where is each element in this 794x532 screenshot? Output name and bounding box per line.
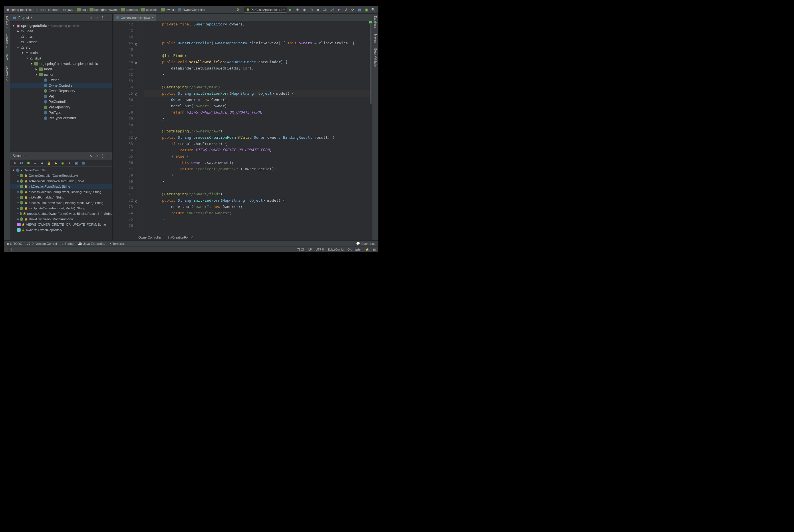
gear-icon[interactable]: ◉ xyxy=(61,161,65,165)
code-line[interactable]: Owner owner = new Owner(); xyxy=(144,97,372,103)
branch-icon[interactable]: ⎇ xyxy=(330,7,334,12)
breadcrumb-item[interactable]: petclinic xyxy=(141,8,157,12)
tree-node[interactable]: 🗀.mvn xyxy=(10,34,112,39)
code-line[interactable]: @GetMapping("/owners/find") xyxy=(144,191,372,197)
code-editor[interactable]: private final OwnerRepository owners; pu… xyxy=(138,21,372,234)
gutter-icon[interactable]: @ xyxy=(135,135,137,141)
code-line[interactable] xyxy=(144,122,372,128)
update-icon[interactable]: ➤ xyxy=(337,7,341,12)
chevron-down-icon[interactable]: ▼ xyxy=(31,16,33,19)
bottom-tool-button[interactable]: ○Spring xyxy=(61,242,74,245)
code-line[interactable] xyxy=(144,185,372,191)
tree-node[interactable]: ▼🗀src xyxy=(10,45,112,50)
tool-windows-icon[interactable] xyxy=(8,248,12,251)
minimize-icon[interactable]: — xyxy=(106,16,110,20)
git-branch[interactable]: Git: master xyxy=(347,248,361,251)
scrollbar-thumb[interactable] xyxy=(370,24,372,104)
run-config-selector[interactable]: ⬢ PetClinicApplication#1 ▼ xyxy=(244,7,287,13)
gutter-icon[interactable]: @ xyxy=(135,198,137,205)
tree-node[interactable]: Pet xyxy=(10,94,112,99)
expand-icon[interactable]: ⤡ xyxy=(89,154,93,158)
project-root[interactable]: ▼ ▣ spring-petclinic ~/Sites/spring-petc… xyxy=(10,23,112,28)
close-icon[interactable]: × xyxy=(152,16,154,20)
settings-icon[interactable]: ⋮ xyxy=(100,154,105,158)
code-line[interactable]: } xyxy=(144,216,372,223)
tree-node[interactable]: OwnerRepository xyxy=(10,88,112,94)
editorconfig[interactable]: EditorConfig xyxy=(328,248,343,251)
code-line[interactable]: } xyxy=(144,172,372,178)
structure-member[interactable]: 🔒owners: OwnerRepository xyxy=(10,227,112,232)
target-icon[interactable]: ◎ xyxy=(89,16,93,20)
gutter[interactable]: 42434445@484950@5152535455@5657585960616… xyxy=(113,21,138,234)
tree-node[interactable]: ▼🗀java xyxy=(10,56,112,61)
gutter-icon[interactable]: @ xyxy=(135,91,137,97)
box2-icon[interactable]: ▤ xyxy=(81,161,85,165)
scrollbar[interactable] xyxy=(369,21,372,234)
stop-icon[interactable]: ■ xyxy=(316,7,320,12)
editor-breadcrumb[interactable]: OwnerController › initCreationForm() xyxy=(113,234,372,240)
breadcrumb-item[interactable]: ▣spring-petclinic xyxy=(6,8,32,12)
tree-node[interactable]: PetRepository xyxy=(10,104,112,110)
code-line[interactable]: return "owners/findOwners"; xyxy=(144,210,372,216)
tool-window-button[interactable]: Maven xyxy=(374,34,377,43)
code-line[interactable]: model.put("owner", new Owner()); xyxy=(144,204,372,210)
tag-icon[interactable]: ◆ xyxy=(40,161,44,165)
line-separator[interactable]: LF xyxy=(308,248,312,251)
minimize-icon[interactable]: — xyxy=(106,154,110,158)
code-line[interactable] xyxy=(144,46,372,53)
code-line[interactable]: public OwnerController(OwnerRepository c… xyxy=(144,40,372,46)
profiler-icon[interactable]: ◷ xyxy=(309,7,314,12)
tree-node[interactable]: ▶🗀.idea xyxy=(10,28,112,34)
breadcrumb-item[interactable]: springframework xyxy=(90,8,117,12)
code-line[interactable]: @PostMapping("/owners/new") xyxy=(144,128,372,134)
tree-node[interactable]: PetTypeFormatter xyxy=(10,115,112,121)
code-line[interactable]: return VIEWS_OWNER_CREATE_OR_UPDATE_FORM… xyxy=(144,147,372,153)
lambda-icon[interactable]: λ xyxy=(68,161,72,165)
search-icon[interactable]: 🔍 xyxy=(371,7,376,12)
structure-member[interactable]: ≡🔒showOwner(int): ModelAndView xyxy=(10,216,112,222)
box-icon[interactable]: ▣ xyxy=(74,161,78,165)
code-line[interactable] xyxy=(144,78,372,84)
tree-node[interactable]: PetController xyxy=(10,99,112,104)
tree-node[interactable]: ▼🗀main xyxy=(10,50,112,56)
terminal-icon[interactable]: ▣ xyxy=(364,7,369,12)
code-line[interactable]: } xyxy=(144,178,372,185)
run-icon[interactable]: ▶ xyxy=(288,7,293,12)
event-log-button[interactable]: 💬Event Log xyxy=(356,242,376,245)
breadcrumb-item[interactable]: org xyxy=(77,8,86,12)
tool-window-button[interactable]: Web xyxy=(5,54,8,60)
code-line[interactable]: public String initFindForm(Map<String, O… xyxy=(144,197,372,204)
tree-node[interactable]: 🗀.vscode xyxy=(10,39,112,45)
code-line[interactable]: public String processCreationForm(@Valid… xyxy=(144,134,372,141)
project-tree[interactable]: ▼ ▣ spring-petclinic ~/Sites/spring-petc… xyxy=(10,22,112,152)
code-line[interactable]: private final OwnerRepository owners; xyxy=(144,21,372,27)
tool-window-button[interactable]: Bean Validation xyxy=(374,48,377,68)
code-line[interactable]: if (result.hasErrors()) { xyxy=(144,141,372,147)
code-line[interactable]: @InitBinder xyxy=(144,53,372,59)
grid-icon[interactable]: ▦ xyxy=(357,7,362,12)
breadcrumb-item[interactable]: 🗀main xyxy=(48,8,59,12)
breadcrumb-item[interactable]: 🗀src xyxy=(35,8,44,12)
breadcrumb-item[interactable]: owner xyxy=(161,8,174,12)
code-line[interactable]: return "redirect:/owners/" + owner.getId… xyxy=(144,166,372,172)
structure-member[interactable]: ≡🔒initFindForm(Map): String xyxy=(10,194,112,200)
tree-node[interactable]: OwnerController xyxy=(10,83,112,88)
caret-position[interactable]: 72:27 xyxy=(297,248,304,251)
code-line[interactable]: } xyxy=(144,116,372,122)
tree-node[interactable]: ▼owner xyxy=(10,72,112,77)
structure-member[interactable]: ≡🔒processUpdateOwnerForm(Owner, BindingR… xyxy=(10,211,112,216)
code-line[interactable]: } xyxy=(144,72,372,78)
tool-window-button[interactable]: 2: Favorites xyxy=(5,66,8,81)
filter-icon[interactable]: ✱ xyxy=(26,161,30,165)
structure-tree[interactable]: ▼ ● OwnerController ≡🔒OwnerController(Ow… xyxy=(10,167,112,240)
structure-member[interactable]: 🔒VIEWS_OWNER_CREATE_OR_UPDATE_FORM: Stri… xyxy=(10,222,112,227)
structure-member[interactable]: ≡🔒processCreationForm(Owner, BindingResu… xyxy=(10,189,112,194)
structure-class[interactable]: ▼ ● OwnerController xyxy=(10,167,112,173)
breadcrumb-item[interactable]: OwnerController xyxy=(177,8,205,12)
tree-node[interactable]: ▼org.springframework.samples.petclinic xyxy=(10,61,112,66)
server-icon[interactable]: ▤ xyxy=(373,248,376,251)
sort-icon[interactable]: ⇅ xyxy=(13,161,17,165)
code-line[interactable]: this.owners.save(owner); xyxy=(144,159,372,166)
code-line[interactable] xyxy=(144,27,372,34)
bottom-tool-button[interactable]: ▸Terminal xyxy=(110,242,125,245)
